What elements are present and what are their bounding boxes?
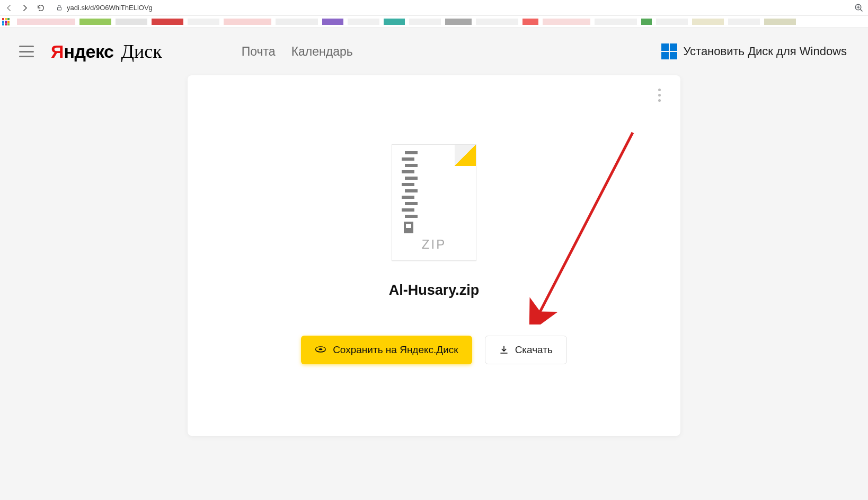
download-icon xyxy=(499,345,509,355)
yandex-disk-logo[interactable]: Яндекс Диск xyxy=(51,40,162,63)
file-card: ZIP Al-Husary.zip Сохранить на Яндекс.Ди… xyxy=(188,75,680,436)
menu-button[interactable] xyxy=(19,46,34,57)
windows-icon xyxy=(661,43,677,59)
page-header: Яндекс Диск Почта Календарь Установить Д… xyxy=(0,28,868,75)
save-to-disk-button[interactable]: Сохранить на Яндекс.Диск xyxy=(301,336,472,364)
logo-product: Диск xyxy=(121,40,162,63)
install-label: Установить Диск для Windows xyxy=(684,45,847,58)
svg-point-3 xyxy=(319,348,323,350)
page-content: Яндекс Диск Почта Календарь Установить Д… xyxy=(0,28,868,500)
zoom-indicator-icon[interactable] xyxy=(854,3,864,13)
forward-button[interactable] xyxy=(20,3,30,13)
zip-file-icon: ZIP xyxy=(392,144,476,261)
lock-icon xyxy=(56,4,63,12)
save-button-label: Сохранить на Яндекс.Диск xyxy=(333,344,458,356)
action-buttons: Сохранить на Яндекс.Диск Скачать xyxy=(301,336,567,364)
install-disk-windows-link[interactable]: Установить Диск для Windows xyxy=(661,43,847,59)
nav-mail[interactable]: Почта xyxy=(242,45,276,59)
nav-calendar[interactable]: Календарь xyxy=(291,45,353,59)
address-bar[interactable]: yadi.sk/d/9O6WhiThELiOVg xyxy=(52,4,848,12)
file-preview-area: ZIP Al-Husary.zip Сохранить на Яндекс.Ди… xyxy=(203,86,665,364)
logo-brand-first-letter: Я xyxy=(51,41,64,62)
file-name: Al-Husary.zip xyxy=(389,282,480,299)
more-options-button[interactable] xyxy=(653,87,666,103)
url-text: yadi.sk/d/9O6WhiThELiOVg xyxy=(67,4,153,12)
bookmarks-bar xyxy=(0,16,868,28)
download-button[interactable]: Скачать xyxy=(485,336,567,364)
download-button-label: Скачать xyxy=(515,344,553,356)
yandex-disk-icon xyxy=(315,346,326,354)
browser-toolbar: yadi.sk/d/9O6WhiThELiOVg xyxy=(0,0,868,16)
apps-icon[interactable] xyxy=(2,18,10,25)
file-type-label: ZIP xyxy=(392,237,476,252)
header-nav: Почта Календарь xyxy=(242,45,353,59)
reload-button[interactable] xyxy=(36,3,46,13)
back-button[interactable] xyxy=(4,3,14,13)
logo-brand-rest: ндекс xyxy=(64,41,113,62)
